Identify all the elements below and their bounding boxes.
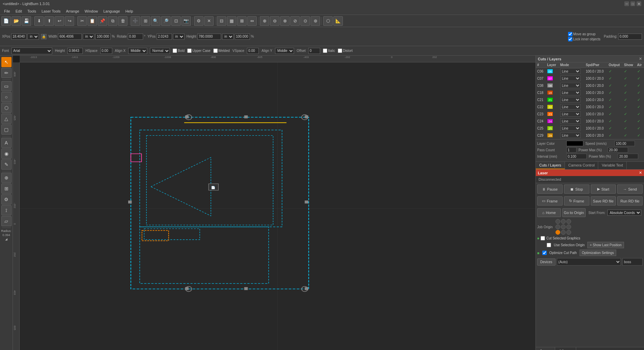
table-row[interactable]: C07 07 Line 100.0 / 20.0 ✓ ✓ ✓ xyxy=(536,75,644,82)
table-row[interactable]: C22 22 Line 100.0 / 20.0 ✓ ✓ ✓ xyxy=(536,103,644,111)
bool4-btn[interactable]: ⊘ xyxy=(290,16,300,26)
output-toggle[interactable]: ✓ xyxy=(609,83,612,88)
origin-dot-mc[interactable] xyxy=(561,225,566,229)
show-toggle[interactable]: ✓ xyxy=(624,83,627,88)
stop-button[interactable]: ⏹ Stop xyxy=(564,184,589,194)
mode-select-C18[interactable]: Line xyxy=(560,90,581,95)
lock-button[interactable]: 🔒 xyxy=(41,34,46,39)
menu-language[interactable]: Language xyxy=(101,8,123,14)
mode-select-C07[interactable]: Line xyxy=(560,76,581,81)
flip-h-btn[interactable]: ⇔ xyxy=(247,16,257,26)
device-name-input[interactable] xyxy=(622,258,643,266)
upper-check[interactable] xyxy=(187,48,192,53)
xpos-unit-select[interactable]: in xyxy=(27,34,39,40)
menu-file[interactable]: File xyxy=(1,8,13,14)
device-select[interactable]: (Auto) xyxy=(557,258,621,266)
show-last-position-button[interactable]: + Show Last Position xyxy=(587,242,624,248)
select-tool[interactable]: ↖ xyxy=(1,57,12,67)
origin-dot-bl[interactable] xyxy=(555,230,560,235)
delete-button[interactable]: 🗑 xyxy=(118,16,128,26)
mode-select-C21[interactable]: Line xyxy=(560,97,581,102)
output-toggle[interactable]: ✓ xyxy=(609,69,612,73)
bold-check[interactable] xyxy=(173,48,177,53)
scale-h-input[interactable] xyxy=(235,34,250,40)
align-y-select[interactable]: Middle xyxy=(275,48,294,54)
new-button[interactable]: 📄 xyxy=(1,16,11,26)
triangle-tool[interactable]: △ xyxy=(1,114,12,124)
output-toggle[interactable]: ✓ xyxy=(609,126,612,130)
undo-button[interactable]: ↩ xyxy=(55,16,64,26)
grid-tool[interactable]: ⊞ xyxy=(1,183,12,194)
show-toggle[interactable]: ✓ xyxy=(624,76,627,80)
polygon-tool[interactable]: ⬡ xyxy=(1,103,12,113)
save-rd-button[interactable]: Save RD file xyxy=(591,196,616,206)
show-toggle[interactable]: ✓ xyxy=(624,105,627,109)
origin-dot-tl[interactable] xyxy=(555,219,560,224)
canvas-content[interactable]: 📄 xyxy=(20,62,535,350)
close-button[interactable]: ✕ xyxy=(637,1,641,6)
laser-panel-close[interactable]: ✕ xyxy=(639,171,642,175)
tab-camera-control[interactable]: Camera Control xyxy=(565,162,599,169)
frame2-button[interactable]: ↻ Frame xyxy=(564,196,589,206)
air-toggle[interactable]: ✓ xyxy=(637,91,640,95)
italic-check[interactable] xyxy=(323,48,327,53)
circle2-tool[interactable]: ⊕ xyxy=(1,173,12,183)
interval-input[interactable] xyxy=(566,154,587,159)
air-toggle[interactable]: ✓ xyxy=(637,126,640,130)
devices-button[interactable]: Devices xyxy=(537,258,555,266)
hspace-input[interactable] xyxy=(100,48,112,54)
table-row[interactable]: C23 23 Line 100.0 / 20.0 ✓ ✓ ✓ xyxy=(536,111,644,118)
save-button[interactable]: 💾 xyxy=(22,16,31,26)
air-toggle[interactable]: ✓ xyxy=(637,98,640,102)
menu-arrange[interactable]: Arrange xyxy=(63,8,82,14)
distort-check[interactable] xyxy=(338,48,342,53)
mode-select-C08[interactable]: Line xyxy=(560,83,581,88)
pass-count-input[interactable] xyxy=(566,147,577,153)
select-btn[interactable]: ⊡ xyxy=(171,16,181,26)
duplicate-button[interactable]: ⧉ xyxy=(108,16,117,26)
output-toggle[interactable]: ✓ xyxy=(609,98,612,102)
menu-window[interactable]: Window xyxy=(82,8,101,14)
tab-cuts-layers[interactable]: Cuts / Layers xyxy=(536,162,565,169)
air-toggle[interactable]: ✓ xyxy=(637,76,640,80)
origin-dot-mr[interactable] xyxy=(566,225,571,229)
font-height-input[interactable] xyxy=(67,48,83,54)
add-button[interactable]: ➕ xyxy=(131,16,140,26)
mode-select[interactable]: Normal xyxy=(150,48,170,54)
table-row[interactable]: C24 24 Line 100.0 / 20.0 ✓ ✓ ✓ xyxy=(536,118,644,125)
table-row[interactable]: C08 08 Line 100.0 / 20.0 ✓ ✓ ✓ xyxy=(536,82,644,89)
paste-button[interactable]: 📌 xyxy=(98,16,107,26)
output-toggle[interactable]: ✓ xyxy=(609,91,612,95)
frame-tool[interactable]: ▱ xyxy=(1,216,12,226)
show-toggle[interactable]: ✓ xyxy=(624,112,627,116)
maximize-button[interactable]: □ xyxy=(630,1,635,6)
mode-select-C24[interactable]: Line xyxy=(560,118,581,124)
air-toggle[interactable]: ✓ xyxy=(637,119,640,123)
tab-library[interactable]: Library xyxy=(555,347,577,350)
zoom-fit[interactable]: ⊞ xyxy=(141,16,150,26)
menu-edit[interactable]: Edit xyxy=(13,8,25,14)
bool3-btn[interactable]: ⊗ xyxy=(280,16,290,26)
ungroup-btn[interactable]: ⊠ xyxy=(237,16,247,26)
table-row[interactable]: C21 21 Line 100.0 / 20.0 ✓ ✓ ✓ xyxy=(536,96,644,103)
origin-dot-tr[interactable] xyxy=(566,219,571,224)
cuts-panel-close[interactable]: ✕ xyxy=(639,57,642,61)
table-row[interactable]: C25 25 Line 100.0 / 20.0 ✓ ✓ ✓ xyxy=(536,125,644,132)
optimization-settings-button[interactable]: Optimization Settings xyxy=(580,250,617,256)
minimize-button[interactable]: ─ xyxy=(624,1,629,6)
align-btn[interactable]: ⊟ xyxy=(217,16,226,26)
run-rd-button[interactable]: Run RD file xyxy=(617,196,643,206)
power-min-input[interactable] xyxy=(618,154,638,159)
move-as-group-check[interactable] xyxy=(568,32,572,36)
air-toggle[interactable]: ✓ xyxy=(637,133,640,137)
show-toggle[interactable]: ✓ xyxy=(624,119,627,123)
output-toggle[interactable]: ✓ xyxy=(609,112,612,116)
send-button[interactable]: → Send xyxy=(617,184,643,194)
air-toggle[interactable]: ✓ xyxy=(637,83,640,88)
rounded-rect-tool[interactable]: ▢ xyxy=(1,124,12,135)
text-tool[interactable]: A xyxy=(1,138,12,148)
crosshair-btn[interactable]: ✕ xyxy=(204,16,214,26)
origin-dot-ml[interactable] xyxy=(555,225,560,229)
menu-help[interactable]: Help xyxy=(123,8,136,14)
padding-input[interactable] xyxy=(618,34,642,40)
